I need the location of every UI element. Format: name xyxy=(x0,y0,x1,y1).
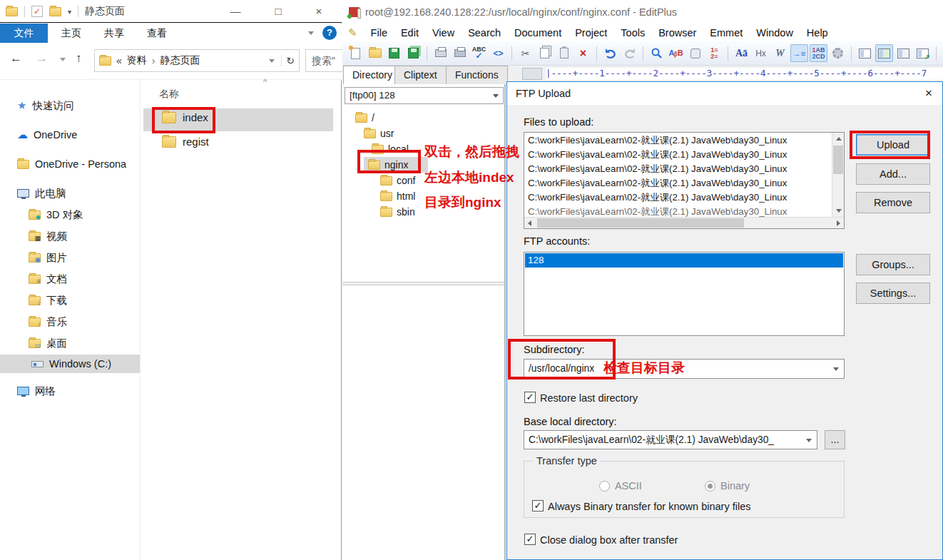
document-list-panel-icon[interactable] xyxy=(856,44,874,62)
replace-icon[interactable]: AᵦB xyxy=(667,44,685,62)
ftp-accounts-list[interactable]: 128 xyxy=(524,252,845,336)
sidebar-item-documents[interactable]: ≡文档 xyxy=(29,270,67,288)
ribbon-tab-share[interactable]: 共享 xyxy=(96,24,132,43)
vertical-scrollbar[interactable] xyxy=(832,133,844,217)
scroll-left-icon[interactable] xyxy=(528,220,531,226)
ascii-radio[interactable] xyxy=(599,481,610,492)
binary-radio[interactable] xyxy=(705,481,715,492)
panel-splitter[interactable] xyxy=(342,282,504,285)
ribbon-tab-view[interactable]: 查看 xyxy=(139,24,175,43)
remove-button[interactable]: Remove xyxy=(856,192,930,213)
sidebar-item-pictures[interactable]: ▣图片 xyxy=(29,248,67,267)
settings-button[interactable]: Settings... xyxy=(856,282,930,304)
minimize-button[interactable]: — xyxy=(225,5,246,17)
back-icon[interactable]: ← xyxy=(10,51,22,66)
sidebar-item-quick-access[interactable]: ★快速访问 xyxy=(17,96,73,115)
address-box[interactable]: « 资料 › 静态页面 ↻ xyxy=(94,49,300,72)
scrollbar-thumb[interactable] xyxy=(537,218,744,228)
new-file-icon[interactable] xyxy=(347,44,365,62)
tree-node-html[interactable]: html xyxy=(380,188,415,204)
column-header-name[interactable]: 名称 xyxy=(159,88,179,101)
qat-dropdown-icon[interactable]: ▾ xyxy=(68,8,71,16)
sidebar-item-onedrive[interactable]: ☁OneDrive xyxy=(17,126,77,144)
tree-node-root[interactable]: / xyxy=(355,110,374,126)
ftp-account-combo[interactable]: [ftp00] 128 xyxy=(345,87,504,104)
file-path-row-partial[interactable]: C:\workFiles\javaLearn\02-就业课(2.1) JavaW… xyxy=(525,205,832,218)
hex-view-icon[interactable]: Hx xyxy=(752,44,770,62)
help-icon[interactable]: ? xyxy=(322,26,337,40)
forward-icon[interactable]: → xyxy=(36,51,48,66)
file-path-row[interactable]: C:\workFiles\javaLearn\02-就业课(2.1) JavaW… xyxy=(525,148,832,162)
breadcrumb-current[interactable]: 静态页面 xyxy=(160,54,200,67)
horizontal-scrollbar[interactable] xyxy=(524,217,844,228)
menu-search[interactable]: Search xyxy=(468,27,501,39)
files-to-upload-list[interactable]: C:\workFiles\javaLearn\02-就业课(2.1) JavaW… xyxy=(524,132,845,229)
sidebar-item-desktop[interactable]: ▭桌面 xyxy=(29,334,67,352)
sidebar-item-music[interactable]: ♪音乐 xyxy=(29,312,67,331)
view-in-browser-icon[interactable]: ↗ xyxy=(914,44,932,62)
undo-icon[interactable] xyxy=(601,44,619,62)
maximize-button[interactable]: □ xyxy=(267,5,289,17)
scroll-up-icon[interactable] xyxy=(836,137,842,141)
file-path-row[interactable]: C:\workFiles\javaLearn\02-就业课(2.1) JavaW… xyxy=(525,190,832,205)
sidebar-item-onedrive-personal[interactable]: OneDrive - Persona xyxy=(17,155,126,173)
html-tag-icon[interactable]: <> xyxy=(489,44,507,62)
paste-icon[interactable] xyxy=(555,44,573,62)
sort-lines-icon[interactable]: 1≡2≡ xyxy=(705,44,723,62)
ftp-account-row-selected[interactable]: 128 xyxy=(525,253,843,268)
redo-icon[interactable] xyxy=(621,44,638,62)
word-wrap-icon[interactable]: W xyxy=(771,44,789,62)
sidebar-item-videos[interactable]: ▦视频 xyxy=(29,227,67,245)
sidebar-item-network[interactable]: 网络 xyxy=(17,382,56,400)
up-icon[interactable]: ↑ xyxy=(76,51,82,66)
print-preview-icon[interactable] xyxy=(432,44,449,62)
file-browse-icon[interactable] xyxy=(686,44,704,62)
always-binary-checkbox[interactable]: ✓ xyxy=(532,500,544,511)
delete-icon[interactable]: × xyxy=(574,44,592,62)
auto-complete-icon[interactable]: 1AB2CD xyxy=(810,44,827,62)
menu-project[interactable]: Project xyxy=(575,27,607,39)
menu-browser[interactable]: Browser xyxy=(658,27,696,39)
menu-edit[interactable]: Edit xyxy=(401,27,419,39)
tree-node-sbin[interactable]: sbin xyxy=(380,204,415,220)
properties-check-icon[interactable]: ✓ xyxy=(31,6,43,17)
save-all-icon[interactable] xyxy=(404,44,422,62)
base-local-directory-combo[interactable]: C:\workFiles\javaLearn\02-就业课(2.1) JavaW… xyxy=(524,430,817,449)
browse-button[interactable]: ... xyxy=(825,430,845,449)
file-row-regist[interactable]: regist xyxy=(162,136,209,148)
spell-check-icon[interactable]: ABC✓ xyxy=(470,44,488,62)
open-file-icon[interactable] xyxy=(366,44,384,62)
close-button[interactable]: × xyxy=(308,5,330,17)
tab-directory[interactable]: Directory xyxy=(343,66,402,84)
menu-file[interactable]: File xyxy=(371,27,387,39)
scrollbar-thumb[interactable] xyxy=(833,146,843,174)
cut-icon[interactable]: ✂ xyxy=(516,44,534,62)
dialog-titlebar[interactable]: FTP Upload xyxy=(507,82,942,105)
sidebar-item-windows-c[interactable]: Windows (C:) xyxy=(0,355,140,373)
history-dropdown-icon[interactable] xyxy=(60,58,66,61)
refresh-icon[interactable]: ↻ xyxy=(281,55,295,66)
tab-cliptext[interactable]: Cliptext xyxy=(394,66,447,84)
dialog-close-icon[interactable]: × xyxy=(925,86,932,101)
output-panel-icon[interactable] xyxy=(894,44,912,62)
ribbon-tab-home[interactable]: 主页 xyxy=(53,24,89,43)
file-path-row[interactable]: C:\workFiles\javaLearn\02-就业课(2.1) JavaW… xyxy=(525,133,832,148)
sidebar-item-3d-objects[interactable]: ◆3D 对象 xyxy=(29,205,83,224)
find-icon[interactable] xyxy=(648,44,666,62)
menu-help[interactable]: Help xyxy=(807,27,828,39)
scroll-right-icon[interactable] xyxy=(837,220,840,226)
copy-icon[interactable] xyxy=(536,44,554,62)
tree-node-usr[interactable]: usr xyxy=(364,126,394,141)
restore-last-directory-checkbox[interactable]: ✓ xyxy=(524,392,536,403)
groups-button[interactable]: Groups... xyxy=(856,254,930,275)
address-dropdown-icon[interactable] xyxy=(269,59,275,63)
preferences-gear-icon[interactable] xyxy=(829,44,847,62)
sort-ascending-icon[interactable]: ^ xyxy=(263,78,267,86)
breadcrumb-folder[interactable]: 资料 xyxy=(127,54,147,67)
add-button[interactable]: Add... xyxy=(856,163,930,185)
menu-document[interactable]: Document xyxy=(514,27,561,39)
sidebar-item-downloads[interactable]: ↓下载 xyxy=(29,291,67,310)
indent-guide-icon[interactable]: →≡ xyxy=(790,44,808,62)
ribbon-expand-icon[interactable] xyxy=(308,31,314,35)
sidebar-item-this-pc[interactable]: 此电脑 xyxy=(17,184,66,203)
